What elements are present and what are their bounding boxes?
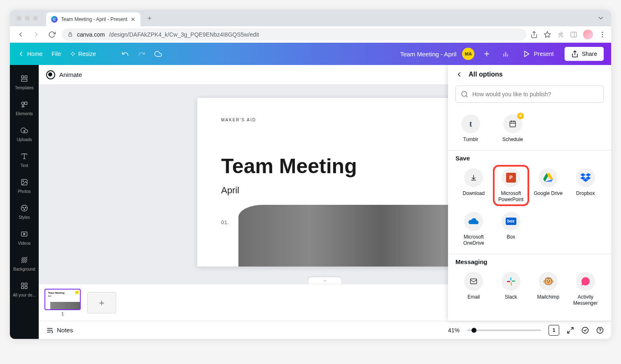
address-bar: canva.com/design/DAFAkZPK4_k/Cw_3g_PQE9E… bbox=[10, 26, 611, 43]
sidebar-item-styles[interactable]: Styles bbox=[10, 199, 39, 225]
side-rail: Templates Elements Uploads Text Photos S… bbox=[10, 65, 39, 339]
user-avatar[interactable]: MA bbox=[462, 48, 474, 60]
back-button[interactable] bbox=[15, 31, 26, 38]
thumbnail-1[interactable]: Team Meeting April 1 bbox=[44, 289, 81, 316]
forward-button[interactable] bbox=[30, 31, 42, 38]
notes-button[interactable]: Notes bbox=[46, 327, 73, 334]
undo-button[interactable] bbox=[121, 50, 129, 58]
share-option-mailchimp[interactable]: 🐵 Mailchimp bbox=[530, 269, 567, 310]
svg-marker-20 bbox=[22, 105, 24, 107]
zoom-slider[interactable] bbox=[467, 329, 541, 331]
share-option-email[interactable]: Email bbox=[455, 269, 492, 310]
sidebar-item-templates[interactable]: Templates bbox=[10, 69, 39, 95]
sidebar-item-photos[interactable]: Photos bbox=[10, 173, 39, 199]
slide-subtitle: April bbox=[221, 185, 429, 196]
templates-icon bbox=[21, 74, 28, 83]
svg-line-35 bbox=[23, 259, 27, 263]
home-label: Home bbox=[27, 51, 42, 57]
share-search-input[interactable] bbox=[472, 91, 598, 97]
browser-menu-icon[interactable] bbox=[599, 31, 606, 38]
resize-label: Resize bbox=[78, 51, 96, 57]
option-label: Box bbox=[507, 234, 515, 240]
bookmark-icon[interactable] bbox=[544, 31, 551, 38]
svg-marker-2 bbox=[544, 31, 551, 37]
share-option-onedrive[interactable]: Microsoft OneDrive bbox=[455, 209, 492, 250]
messaging-section-title: Messaging bbox=[455, 258, 604, 265]
profile-avatar[interactable] bbox=[583, 30, 593, 39]
close-window-icon[interactable] bbox=[16, 16, 21, 21]
svg-point-25 bbox=[23, 181, 23, 181]
redo-button[interactable] bbox=[138, 50, 145, 58]
svg-marker-13 bbox=[525, 51, 529, 57]
tumblr-icon: t bbox=[461, 114, 480, 133]
option-label: Dropbox bbox=[576, 190, 595, 197]
home-button[interactable]: Home bbox=[17, 50, 42, 58]
option-label: Microsoft PowerPoint bbox=[495, 190, 528, 203]
svg-point-46 bbox=[582, 327, 588, 333]
share-option-dropbox[interactable]: Dropbox bbox=[567, 165, 604, 206]
sidebar-label: Styles bbox=[19, 215, 30, 220]
sidepanel-icon[interactable] bbox=[570, 31, 577, 38]
slide[interactable]: MAKER'S AID Team Meeting April 01. bbox=[197, 98, 453, 267]
back-icon[interactable] bbox=[455, 71, 463, 78]
pager-handle[interactable] bbox=[308, 277, 341, 284]
new-tab-button[interactable]: ＋ bbox=[144, 12, 155, 24]
tabs-dropdown-icon[interactable] bbox=[595, 12, 607, 24]
file-menu[interactable]: File bbox=[51, 51, 61, 57]
add-collaborator-button[interactable] bbox=[480, 47, 493, 60]
reload-button[interactable] bbox=[46, 31, 58, 38]
share-page-icon[interactable] bbox=[530, 31, 538, 38]
animate-icon bbox=[46, 70, 55, 79]
share-search[interactable] bbox=[455, 86, 604, 103]
svg-point-5 bbox=[602, 32, 603, 33]
svg-rect-69 bbox=[507, 281, 510, 282]
notes-label: Notes bbox=[57, 327, 73, 334]
uploads-icon bbox=[21, 126, 28, 135]
share-option-powerpoint[interactable]: P Microsoft PowerPoint bbox=[493, 165, 530, 206]
analytics-button[interactable] bbox=[499, 47, 512, 60]
sidebar-item-uploads[interactable]: Uploads bbox=[10, 121, 39, 147]
sidebar-item-background[interactable]: Background bbox=[10, 250, 39, 276]
share-option-activity-messenger[interactable]: Activity Messenger bbox=[567, 269, 604, 310]
sidebar-item-videos[interactable]: Videos bbox=[10, 225, 39, 250]
sidebar-item-all-designs[interactable]: All your de... bbox=[10, 276, 39, 302]
browser-actions bbox=[530, 30, 606, 39]
svg-point-28 bbox=[25, 207, 26, 208]
cloud-sync-icon[interactable] bbox=[154, 50, 162, 58]
extensions-icon[interactable] bbox=[557, 31, 564, 38]
option-label: Microsoft OneDrive bbox=[456, 234, 491, 246]
share-button[interactable]: Share bbox=[565, 47, 604, 61]
thumb-number: 1 bbox=[61, 311, 64, 316]
share-option-schedule[interactable]: ♛ Schedule bbox=[502, 111, 524, 146]
minimize-window-icon[interactable] bbox=[25, 16, 30, 21]
present-button[interactable]: Present bbox=[518, 48, 558, 60]
share-option-box[interactable]: box Box bbox=[493, 209, 530, 250]
browser-tab[interactable]: C Team Meeting - April - Present ✕ bbox=[46, 12, 140, 26]
url-input[interactable]: canva.com/design/DAFAkZPK4_k/Cw_3g_PQE9E… bbox=[62, 28, 526, 41]
share-option-tumblr[interactable]: t Tumblr bbox=[460, 111, 481, 146]
maximize-window-icon[interactable] bbox=[33, 16, 38, 21]
svg-point-7 bbox=[602, 36, 603, 37]
resize-button[interactable]: Resize bbox=[70, 51, 96, 57]
animate-button[interactable]: Animate bbox=[59, 71, 82, 78]
share-option-slack[interactable]: Slack bbox=[493, 269, 530, 310]
sidebar-item-text[interactable]: Text bbox=[10, 147, 39, 173]
share-option-download[interactable]: Download bbox=[455, 165, 492, 206]
page-counter[interactable]: 1 bbox=[549, 325, 559, 336]
svg-marker-60 bbox=[580, 173, 586, 176]
check-icon[interactable] bbox=[581, 327, 589, 334]
help-icon[interactable] bbox=[596, 327, 604, 334]
svg-point-6 bbox=[602, 34, 603, 35]
svg-point-27 bbox=[23, 207, 23, 208]
svg-rect-37 bbox=[21, 283, 23, 285]
sidebar-item-elements[interactable]: Elements bbox=[10, 95, 39, 121]
share-option-google-drive[interactable]: Google Drive bbox=[530, 165, 567, 206]
close-tab-icon[interactable]: ✕ bbox=[131, 16, 135, 23]
svg-line-33 bbox=[21, 257, 25, 261]
svg-marker-31 bbox=[24, 233, 26, 235]
svg-point-18 bbox=[21, 102, 24, 104]
fullscreen-icon[interactable] bbox=[567, 327, 574, 334]
document-title[interactable]: Team Meeting - April bbox=[400, 51, 457, 58]
add-slide-button[interactable]: ＋ bbox=[87, 292, 116, 313]
option-label: Google Drive bbox=[534, 190, 563, 197]
